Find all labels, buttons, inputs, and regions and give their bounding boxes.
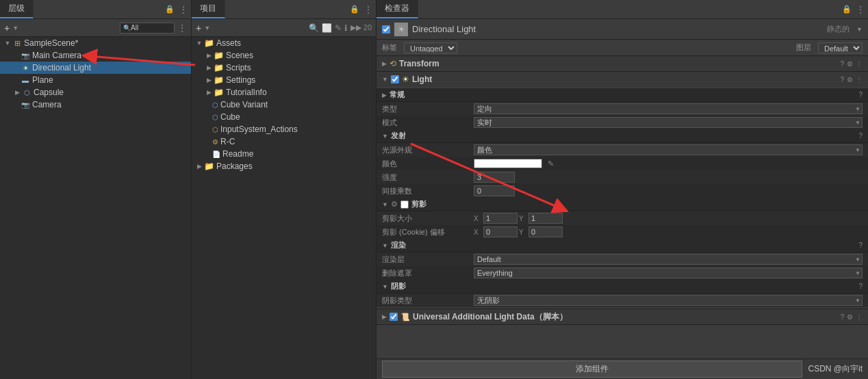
layer-select[interactable]: Default [818,42,863,53]
light-expand-arrow[interactable]: ▼ [382,76,388,83]
project-dropdown-icon[interactable]: ▼ [204,25,210,31]
hierarchy-more-icon[interactable]: ⋮ [177,23,187,34]
cookiesize-y-input[interactable] [528,213,563,224]
lock-icon[interactable]: 🔒 [165,5,175,14]
renderlayer-dropdown[interactable]: Default [474,254,863,265]
tag-select[interactable]: Untagged [404,42,457,53]
project-add-icon[interactable]: + [196,23,201,34]
hierarchy-item-capsule[interactable]: ▶ ⬡ Capsule [0,86,191,99]
universal-light-arrow[interactable]: ▶ [382,313,387,320]
render-help-icon[interactable]: ? [858,241,863,249]
tutorialinfo-arrow[interactable]: ▶ [204,89,214,96]
packages-arrow[interactable]: ▶ [194,163,204,170]
mode-dropdown-wrapper[interactable]: 实时 [474,117,863,128]
color-swatch[interactable] [474,159,542,168]
hierarchy-dropdown-icon[interactable]: ▼ [12,25,18,31]
hierarchy-item-maincamera[interactable]: 📷 Main Camera [0,49,191,62]
shadow-section[interactable]: ▼ 阴影 ? [376,280,868,293]
add-icon[interactable]: + [4,23,10,34]
emission-section-arrow[interactable]: ▼ [382,133,388,140]
mode-dropdown[interactable]: 实时 [474,117,863,128]
project-item-scenes[interactable]: ▶ 📁 Scenes [192,49,376,62]
indirect-input[interactable] [474,185,515,196]
cookie-checkbox[interactable] [400,200,409,209]
universal-light-settings[interactable]: ⚙ [847,313,853,321]
project-icon4[interactable]: ℹ [344,23,348,33]
project-icon2[interactable]: ⬜ [322,23,332,33]
inspector-tab[interactable]: 检查器 [376,0,418,18]
shadowtype-dropdown[interactable]: 无阴影 [474,295,863,306]
normal-section-arrow[interactable]: ▶ [382,92,387,99]
project-item-settings[interactable]: ▶ 📁 Settings [192,74,376,86]
hierarchy-search-box[interactable]: 🔍 [120,23,175,34]
transform-header[interactable]: ▶ ⟲ Transform ? ⚙ ⋮ [376,56,868,71]
settings-arrow[interactable]: ▶ [204,77,214,83]
renderlayer-dropdown-wrapper[interactable]: Default [474,254,863,265]
object-name-input[interactable]: Directional Light [412,24,823,34]
hierarchy-item-samplescene[interactable]: ▼ ⊞ SampleScene* [0,37,191,49]
intensity-input[interactable] [474,172,515,183]
cookie-section-arrow[interactable]: ▼ [382,201,388,208]
type-dropdown[interactable]: 定向 [474,103,863,114]
project-tab[interactable]: 项目 [192,0,225,18]
normal-help-icon[interactable]: ? [858,91,863,99]
emission-section[interactable]: ▼ 发射 ? [376,129,868,143]
assets-arrow[interactable]: ▼ [194,40,204,47]
more-icon[interactable]: ⋮ [179,4,188,15]
light-help-icon[interactable]: ? [840,76,844,83]
light-header[interactable]: ▼ ☀ Light ? ⚙ ⋮ [376,72,868,87]
cookiesize-x-input[interactable] [483,213,518,224]
cullmask-dropdown[interactable]: Everything [474,267,863,278]
type-dropdown-wrapper[interactable]: 定向 [474,103,863,114]
project-item-cube[interactable]: ⬡ Cube [192,111,376,123]
project-item-packages[interactable]: ▶ 📁 Packages [192,160,376,172]
color-picker-icon[interactable]: ✎ [548,159,554,168]
cookieoffset-y-input[interactable] [528,226,563,237]
project-item-rc[interactable]: ⚙ R-C [192,135,376,148]
light-more-icon[interactable]: ⋮ [856,76,863,83]
cookie-section[interactable]: ▼ ⚙ 剪影 [376,198,868,211]
lightsrc-dropdown[interactable]: 颜色 [474,144,863,155]
universal-light-more[interactable]: ⋮ [856,313,863,321]
normal-section[interactable]: ▶ 常规 ? [376,88,868,102]
add-component-button[interactable]: 添加组件 [382,361,802,378]
hierarchy-search-input[interactable] [131,24,168,31]
transform-more-icon[interactable]: ⋮ [856,60,863,68]
project-more-icon[interactable]: ⋮ [363,4,373,15]
object-active-checkbox[interactable] [382,25,390,34]
render-section-arrow[interactable]: ▼ [382,242,388,249]
render-section[interactable]: ▼ 渲染 ? [376,239,868,252]
project-item-cubevariant[interactable]: ⬡ Cube Variant [192,99,376,111]
lightsrc-dropdown-wrapper[interactable]: 颜色 [474,144,863,155]
transform-arrow[interactable]: ▶ [382,60,387,67]
cullmask-dropdown-wrapper[interactable]: Everything [474,267,863,278]
light-enabled-checkbox[interactable] [391,75,399,83]
hierarchy-item-camera[interactable]: 📷 Camera [0,99,191,111]
universal-light-checkbox[interactable] [390,313,398,321]
project-item-readme[interactable]: 📄 Readme [192,148,376,160]
inspector-more-icon[interactable]: ⋮ [856,4,865,15]
project-icon3[interactable]: ✎ [335,23,342,33]
hierarchy-tab[interactable]: 层级 [0,0,34,18]
project-item-tutorialinfo[interactable]: ▶ 📁 TutorialInfo [192,86,376,99]
shadowtype-dropdown-wrapper[interactable]: 无阴影 [474,295,863,306]
transform-settings-icon[interactable]: ⚙ [847,60,853,68]
inspector-lock-icon[interactable]: 🔒 [842,5,852,14]
universal-light-header[interactable]: ▶ 📜 Universal Additional Light Data（脚本） … [376,309,868,324]
project-lock-icon[interactable]: 🔒 [350,5,359,14]
capsule-arrow[interactable]: ▶ [12,88,22,97]
scripts-arrow[interactable]: ▶ [204,64,214,71]
samplescene-arrow[interactable]: ▼ [3,38,12,48]
static-dropdown-arrow[interactable]: ▼ [856,26,863,33]
transform-help-icon[interactable]: ? [840,60,844,68]
cookieoffset-x-input[interactable] [483,226,518,237]
emission-help-icon[interactable]: ? [858,132,863,140]
project-item-scripts[interactable]: ▶ 📁 Scripts [192,62,376,74]
universal-light-help[interactable]: ? [840,313,844,321]
project-item-inputsystem[interactable]: ⬡ InputSystem_Actions [192,123,376,135]
project-search-icon[interactable]: 🔍 [309,23,319,33]
hierarchy-item-directionallight[interactable]: ☀ Directional Light [0,62,191,74]
scenes-arrow[interactable]: ▶ [204,52,214,59]
light-settings-icon[interactable]: ⚙ [847,76,853,83]
shadow-section-arrow[interactable]: ▼ [382,283,388,290]
